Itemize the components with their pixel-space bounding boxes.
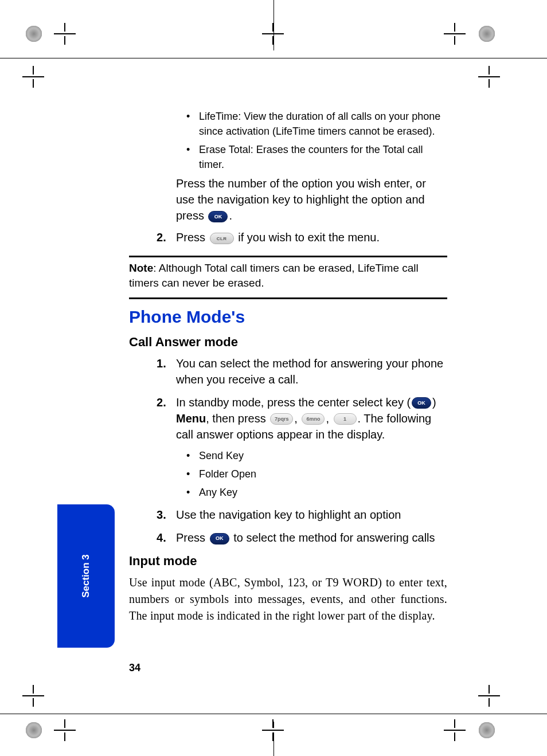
list-item: Folder Open	[186, 467, 447, 481]
text: You can select the method for answering …	[176, 357, 443, 386]
call-options-list: Send Key Folder Open Any Key	[186, 448, 447, 500]
press-option-paragraph: Press the number of the option you wish …	[176, 175, 447, 224]
input-mode-heading: Input mode	[129, 554, 447, 569]
list-item: Any Key	[186, 485, 447, 500]
key-7-icon: 7pqrs	[270, 413, 293, 425]
key-1-icon: 1	[334, 413, 357, 425]
section-tab: Section 3	[57, 504, 115, 648]
section-tab-label: Section 3	[80, 554, 92, 598]
section-title: Phone Mode's	[129, 307, 447, 327]
text: , then press	[206, 412, 269, 425]
step-item: Use the navigation key to highlight an o…	[129, 507, 447, 523]
text: ,	[326, 412, 332, 425]
key-6-icon: 6mno	[302, 413, 325, 425]
bullet-text: Any Key	[199, 487, 237, 498]
text: Use the navigation key to highlight an o…	[176, 508, 401, 521]
list-item: Send Key	[186, 448, 447, 463]
text: if you wish to exit the menu.	[235, 231, 380, 244]
bullet-text: Folder Open	[199, 468, 256, 480]
page-content: LifeTime: View the duration of all calls…	[129, 109, 447, 624]
text: to select the method for answering calls	[230, 531, 435, 544]
call-answer-heading: Call Answer mode	[129, 335, 447, 350]
text: ,	[294, 412, 300, 425]
text: .	[229, 209, 232, 222]
text: )	[432, 396, 436, 409]
bullet-text: Erase Total: Erases the counters for the…	[199, 144, 423, 170]
text: Press	[176, 231, 209, 244]
ok-key-icon: OK	[208, 211, 228, 222]
page-number: 34	[129, 662, 140, 674]
divider	[129, 297, 447, 299]
divider	[129, 256, 447, 257]
menu-label: Menu	[176, 412, 206, 425]
step-item: Press OK to select the method for answer…	[129, 530, 447, 546]
bullet-text: LifeTime: View the duration of all calls…	[199, 111, 440, 137]
text: In standby mode, press the center select…	[176, 396, 411, 409]
input-mode-body: Use input mode (ABC, Symbol, 123, or T9 …	[129, 574, 447, 624]
ok-key-icon: OK	[210, 533, 229, 545]
top-bullet-list: LifeTime: View the duration of all calls…	[186, 109, 447, 172]
note-paragraph: Note: Although Total call timers can be …	[129, 261, 447, 290]
note-text: : Although Total call timers can be eras…	[129, 262, 419, 289]
step-item: In standby mode, press the center select…	[129, 394, 447, 500]
exit-step-list: Press CLR if you wish to exit the menu.	[129, 229, 447, 245]
call-answer-steps: You can select the method for answering …	[129, 355, 447, 546]
step-item: You can select the method for answering …	[129, 355, 447, 387]
clr-key-icon: CLR	[210, 233, 234, 244]
note-label: Note	[129, 262, 153, 274]
list-item: LifeTime: View the duration of all calls…	[186, 109, 447, 139]
step-item: Press CLR if you wish to exit the menu.	[129, 229, 447, 245]
text: Press	[176, 531, 209, 544]
ok-key-icon: OK	[412, 397, 431, 409]
bullet-text: Send Key	[199, 450, 244, 461]
list-item: Erase Total: Erases the counters for the…	[186, 142, 447, 172]
